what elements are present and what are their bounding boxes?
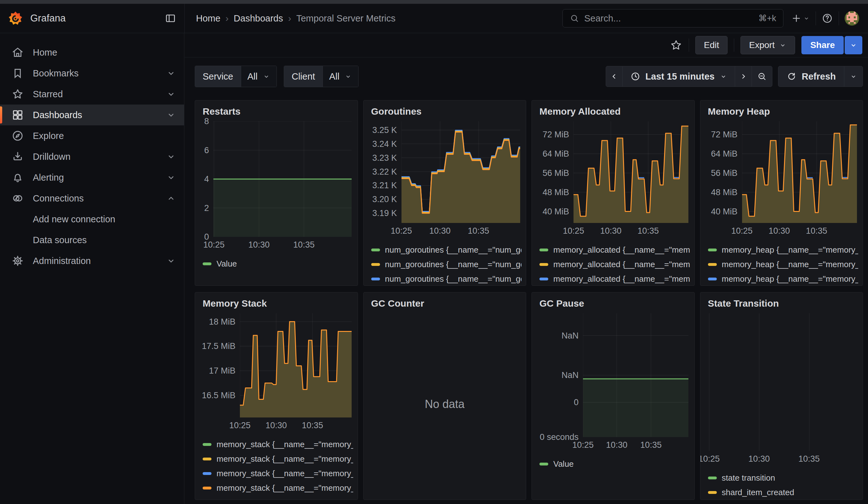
sidebar-item-connections[interactable]: Connections	[0, 188, 184, 209]
sidebar-item-label: Starred	[33, 89, 63, 100]
add-new-button[interactable]	[791, 13, 810, 24]
legend-item[interactable]: memory_heap {__name__="memory_h	[705, 243, 859, 257]
panel-title[interactable]: GC Pause	[539, 298, 690, 309]
chevron-down-icon[interactable]	[166, 173, 176, 182]
legend-item[interactable]: memory_allocated {__name__="memo	[536, 257, 690, 271]
legend-item[interactable]: state transition	[705, 471, 859, 485]
sidebar-item-label: Home	[33, 48, 57, 58]
chart-canvas[interactable]	[705, 313, 857, 451]
legend-item[interactable]: memory_stack {__name__="memory_s	[199, 452, 353, 466]
legend-series-label: memory_stack {__name__="memory_s	[217, 454, 353, 464]
y-axis-label: NaN	[536, 370, 579, 380]
legend-item[interactable]: shard_item_created	[705, 485, 859, 500]
sidebar-item-drilldown[interactable]: Drilldown	[0, 146, 184, 167]
sidebar-item-bookmarks[interactable]: Bookmarks	[0, 63, 184, 84]
client-filter[interactable]: Client All	[284, 66, 359, 87]
service-filter[interactable]: Service All	[195, 66, 277, 87]
legend-series-marker	[203, 263, 211, 265]
sidebar-item-starred[interactable]: Starred	[0, 84, 184, 104]
sidebar-item-administration[interactable]: Administration	[0, 250, 184, 271]
panel-title[interactable]: Restarts	[203, 106, 353, 117]
legend-series-marker	[539, 248, 548, 251]
question-circle-icon	[822, 13, 833, 24]
search-shortcut: ⌘+k	[758, 13, 776, 23]
breadcrumb: Home › Dashboards › Temporal Server Metr…	[196, 13, 395, 24]
share-button[interactable]: Share	[802, 36, 844, 54]
sidebar-item-label: Administration	[33, 256, 91, 266]
sidebar-item-data-sources[interactable]: Data sources	[0, 229, 184, 250]
service-filter-value[interactable]: All	[241, 66, 277, 87]
sidebar-item-label: Bookmarks	[33, 68, 79, 79]
y-axis-label: 16.5 MiB	[199, 391, 236, 400]
legend-series-label: memory_allocated {__name__="memo	[553, 274, 690, 284]
sidebar-item-dashboards[interactable]: Dashboards	[0, 104, 184, 125]
legend-item[interactable]: memory_heap {__name__="memory_h	[705, 271, 859, 286]
sidebar-item-label: Add new connection	[33, 214, 115, 225]
legend-item[interactable]: Value	[199, 256, 353, 271]
chart-canvas[interactable]	[402, 121, 520, 223]
sidebar-item-alerting[interactable]: Alerting	[0, 167, 184, 188]
legend-series-marker	[539, 463, 548, 465]
legend-item[interactable]: num_goroutines {__name__="num_go	[368, 243, 522, 257]
sidebar-item-home[interactable]: Home	[0, 42, 184, 63]
legend-item[interactable]: memory_stack {__name__="memory_s	[199, 481, 353, 495]
legend-item[interactable]: memory_allocated {__name__="memo	[536, 243, 690, 257]
breadcrumb-home[interactable]: Home	[196, 13, 220, 24]
share-menu-button[interactable]	[845, 36, 862, 54]
favorite-star-icon[interactable]	[670, 39, 682, 51]
chart-canvas[interactable]	[742, 121, 857, 223]
panel-title[interactable]: GC Counter	[371, 298, 522, 309]
legend-item[interactable]: memory_heap {__name__="memory_h	[705, 257, 859, 271]
export-button[interactable]: Export	[741, 36, 795, 54]
panel-title[interactable]: Goroutines	[371, 106, 522, 117]
chevron-up-icon[interactable]	[166, 194, 176, 203]
brand-name: Grafana	[30, 13, 66, 24]
legend-item[interactable]: memory_stack {__name__="memory_s	[199, 466, 353, 481]
avatar[interactable]	[845, 11, 859, 25]
panel-title[interactable]: Memory Allocated	[539, 106, 690, 117]
zoom-out-button[interactable]	[752, 66, 772, 87]
edit-button[interactable]: Edit	[695, 36, 727, 54]
time-back-button[interactable]	[606, 66, 623, 87]
chart-canvas[interactable]	[583, 313, 689, 437]
chart-canvas[interactable]	[213, 121, 352, 237]
legend-item[interactable]: num_goroutines {__name__="num_go	[368, 257, 522, 271]
chevron-down-icon[interactable]	[166, 152, 176, 161]
y-axis-label: 0	[536, 398, 579, 407]
search-icon	[570, 13, 579, 23]
time-range-picker[interactable]: Last 15 minutes	[623, 66, 735, 87]
sidebar-toggle-icon[interactable]	[165, 13, 176, 24]
chevron-down-icon[interactable]	[166, 256, 176, 266]
chevron-down-icon[interactable]	[166, 69, 176, 78]
chevron-down-icon[interactable]	[166, 89, 176, 99]
legend-series-marker	[371, 263, 380, 266]
client-filter-value[interactable]: All	[323, 66, 358, 87]
panel-title[interactable]: State Transition	[708, 298, 859, 309]
help-button[interactable]	[822, 13, 833, 24]
sidebar-item-explore[interactable]: Explore	[0, 125, 184, 146]
panel-gc-counter: GC CounterNo data	[363, 292, 526, 500]
time-controls: Last 15 minutes Refresh	[606, 66, 863, 87]
refresh-button[interactable]: Refresh	[778, 66, 844, 87]
breadcrumb-dashboards[interactable]: Dashboards	[234, 13, 283, 24]
sidebar-item-add-new-connection[interactable]: Add new connection	[0, 209, 184, 229]
refresh-interval-button[interactable]	[844, 66, 863, 87]
legend-item[interactable]: memory_stack {__name__="memory_s	[199, 437, 353, 452]
chevron-down-icon[interactable]	[166, 110, 176, 120]
legend-item[interactable]: num_goroutines {__name__="num_go	[368, 271, 522, 286]
grafana-app: Grafana Home › Dashboards › Temporal Ser…	[0, 0, 868, 504]
search-input[interactable]: Search... ⌘+k	[562, 9, 783, 28]
panel-title[interactable]: Memory Stack	[203, 298, 353, 309]
panel-title[interactable]: Memory Heap	[708, 106, 859, 117]
legend-series-label: memory_heap {__name__="memory_h	[722, 274, 859, 284]
time-forward-button[interactable]	[735, 66, 752, 87]
legend-series-marker	[203, 443, 211, 446]
panel-state-transition: State Transition10:2510:3010:35state tra…	[700, 292, 863, 500]
legend-item[interactable]: Value	[536, 457, 690, 471]
legend-item[interactable]: memory_allocated {__name__="memo	[536, 271, 690, 286]
chart-canvas[interactable]	[240, 313, 352, 418]
home-icon	[11, 46, 24, 59]
y-axis-label: 2	[199, 203, 209, 213]
legend-series-marker	[708, 278, 717, 280]
chart-canvas[interactable]	[574, 121, 689, 223]
